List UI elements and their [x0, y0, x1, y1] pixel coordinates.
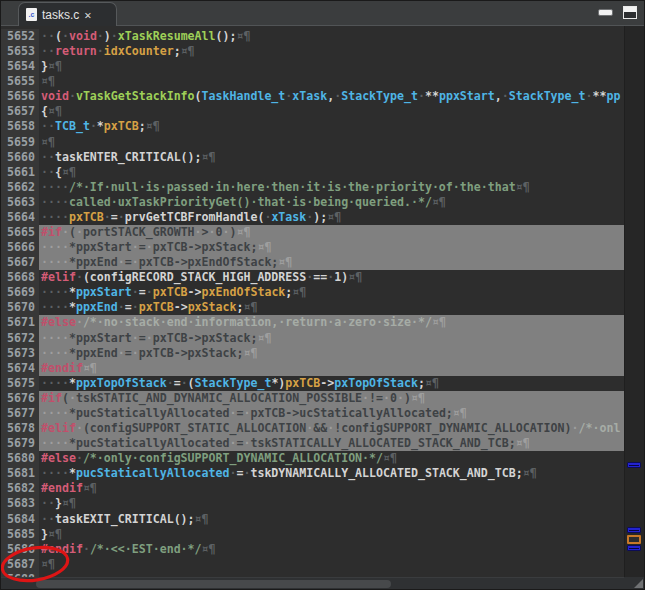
code-line-text[interactable]: ··{¤¶: [39, 165, 626, 180]
code-line-text[interactable]: ¤¶: [39, 135, 626, 150]
code-line-text[interactable]: ····*pucStaticallyAllocated·=·pxTCB->ucS…: [39, 406, 626, 421]
code-line: 5687¤¶: [1, 557, 626, 572]
overview-marker-blue[interactable]: [627, 527, 641, 533]
code-line-text[interactable]: ····*ppxStart·=·pxTCB->pxEndOfStack;¤¶: [39, 285, 626, 300]
code-line-text[interactable]: ····*ppxEnd·=·pxTCB->pxStack;¤¶: [39, 346, 626, 361]
code-line: 5657{¤¶: [1, 104, 626, 119]
code-line-text[interactable]: ····/*·If·null·is·passed·in·here·then·it…: [39, 180, 626, 195]
code-line-text[interactable]: #endif¤¶: [39, 481, 626, 496]
line-number[interactable]: 5675: [1, 376, 39, 391]
code-line-text[interactable]: ··taskEXIT_CRITICAL();¤¶: [39, 512, 626, 527]
line-number[interactable]: 5680: [1, 451, 39, 466]
code-line-text[interactable]: ····*pucStaticallyAllocated·=·tskDYNAMIC…: [39, 466, 626, 481]
line-number[interactable]: 5674: [1, 361, 39, 376]
code-line-text[interactable]: ··(·void·)·xTaskResumeAll();¤¶: [39, 29, 626, 44]
code-line-text[interactable]: ¤¶: [39, 74, 626, 89]
code-line-text[interactable]: ····*ppxEnd·=·pxTCB->pxEndOfStack;¤¶: [39, 255, 626, 270]
overview-marker-orange[interactable]: [627, 535, 641, 544]
overview-ruler[interactable]: [624, 26, 644, 579]
line-number[interactable]: 5670: [1, 300, 39, 315]
code-line-text[interactable]: ····*ppxStart·=·pxTCB->pxStack;¤¶: [39, 240, 626, 255]
overview-marker-blue[interactable]: [627, 462, 641, 468]
line-number[interactable]: 5652: [1, 29, 39, 44]
code-line: 5662····/*·If·null·is·passed·in·here·the…: [1, 180, 626, 195]
line-number[interactable]: 5655: [1, 74, 39, 89]
line-number[interactable]: 5676: [1, 391, 39, 406]
line-number[interactable]: 5686: [1, 542, 39, 557]
line-number[interactable]: 5682: [1, 481, 39, 496]
line-number[interactable]: 5654: [1, 59, 39, 74]
line-number[interactable]: 5660: [1, 150, 39, 165]
code-line-text[interactable]: ····*pucStaticallyAllocated·=·tskSTATICA…: [39, 436, 626, 451]
code-line-text[interactable]: ····*ppxTopOfStack·=·(StackType_t*)pxTCB…: [39, 376, 626, 391]
code-line-text[interactable]: ¤¶: [39, 557, 626, 572]
line-number[interactable]: 5685: [1, 527, 39, 542]
line-number[interactable]: 5667: [1, 255, 39, 270]
line-number[interactable]: 5665: [1, 225, 39, 240]
line-number[interactable]: 5679: [1, 436, 39, 451]
code-line-text[interactable]: #else·/*·only·configSUPPORT_DYNAMIC_ALLO…: [39, 451, 626, 466]
code-line: 5679····*pucStaticallyAllocated·=·tskSTA…: [1, 436, 626, 451]
line-number[interactable]: 5669: [1, 285, 39, 300]
line-number[interactable]: 5659: [1, 135, 39, 150]
c-file-icon: .c: [26, 8, 37, 21]
line-number[interactable]: 5662: [1, 180, 39, 195]
code-line: 5678#elif·(configSUPPORT_STATIC_ALLOCATI…: [1, 421, 626, 436]
line-number[interactable]: 5673: [1, 346, 39, 361]
line-number[interactable]: 5684: [1, 512, 39, 527]
code-line-text[interactable]: ····called·uxTaskPriorityGet()·that·is·b…: [39, 195, 626, 210]
tab-close-icon[interactable]: ✕: [84, 9, 91, 21]
line-number[interactable]: 5678: [1, 421, 39, 436]
code-line-text[interactable]: {¤¶: [39, 104, 626, 119]
code-line: 5655¤¶: [1, 74, 626, 89]
code-line: 5682#endif¤¶: [1, 481, 626, 496]
line-number[interactable]: 5687: [1, 557, 39, 572]
code-line-text[interactable]: #if·(·portSTACK_GROWTH·>·0·)¤¶: [39, 225, 626, 240]
code-line-text[interactable]: void·vTaskGetStackInfo(TaskHandle_t·xTas…: [39, 89, 626, 104]
code-line-text[interactable]: }¤¶: [39, 59, 626, 74]
code-lines: 5652··(·void·)·xTaskResumeAll();¤¶5653··…: [1, 29, 626, 579]
code-line-text[interactable]: #endif¤¶: [39, 361, 626, 376]
code-line-text[interactable]: ··}¤¶: [39, 496, 626, 511]
line-number[interactable]: 5683: [1, 496, 39, 511]
code-line-text[interactable]: #elif·(configSUPPORT_STATIC_ALLOCATION·&…: [39, 421, 626, 436]
line-number[interactable]: 5664: [1, 210, 39, 225]
code-line-text[interactable]: ····*ppxStart·=·pxTCB->pxStack;¤¶: [39, 331, 626, 346]
line-number[interactable]: 5653: [1, 44, 39, 59]
overview-marker-blue[interactable]: [627, 545, 641, 551]
line-number[interactable]: 5658: [1, 119, 39, 134]
code-line-text[interactable]: #endif·/*·<<·EST·end·*/¤¶: [39, 542, 626, 557]
tab-tasks-c[interactable]: .c tasks.c ✕: [18, 2, 117, 26]
resize-grip[interactable]: [634, 579, 643, 588]
code-line-text[interactable]: ··return·idxCounter;¤¶: [39, 44, 626, 59]
horizontal-scrollbar[interactable]: [1, 577, 626, 589]
line-number[interactable]: 5661: [1, 165, 39, 180]
line-number[interactable]: 5681: [1, 466, 39, 481]
line-number[interactable]: 5672: [1, 331, 39, 346]
line-number[interactable]: 5668: [1, 270, 39, 285]
code-line-text[interactable]: }¤¶: [39, 527, 626, 542]
code-line-text[interactable]: #else·/*·no·stack·end·information,·retur…: [39, 315, 626, 330]
code-line: 5684··taskEXIT_CRITICAL();¤¶: [1, 512, 626, 527]
code-line-text[interactable]: ··taskENTER_CRITICAL();¤¶: [39, 150, 626, 165]
line-number[interactable]: 5657: [1, 104, 39, 119]
code-line: 5671#else·/*·no·stack·end·information,·r…: [1, 315, 626, 330]
tab-title: tasks.c: [42, 8, 79, 22]
minimize-view-icon[interactable]: [598, 9, 613, 16]
line-number[interactable]: 5666: [1, 240, 39, 255]
line-number[interactable]: 5663: [1, 195, 39, 210]
code-editor-area[interactable]: 5652··(·void·)·xTaskResumeAll();¤¶5653··…: [1, 26, 626, 579]
line-number[interactable]: 5656: [1, 89, 39, 104]
horizontal-scrollbar-thumb[interactable]: [36, 580, 391, 588]
code-line: 5685}¤¶: [1, 527, 626, 542]
code-line-text[interactable]: ····pxTCB·=·prvGetTCBFromHandle(·xTask·)…: [39, 210, 626, 225]
code-line: 5673····*ppxEnd·=·pxTCB->pxStack;¤¶: [1, 346, 626, 361]
maximize-view-icon[interactable]: [623, 6, 637, 19]
line-number[interactable]: 5677: [1, 406, 39, 421]
line-number[interactable]: 5671: [1, 315, 39, 330]
code-line-text[interactable]: #if(·tskSTATIC_AND_DYNAMIC_ALLOCATION_PO…: [39, 391, 626, 406]
code-line: 5676#if(·tskSTATIC_AND_DYNAMIC_ALLOCATIO…: [1, 391, 626, 406]
code-line-text[interactable]: #elif·(configRECORD_STACK_HIGH_ADDRESS·=…: [39, 270, 626, 285]
code-line-text[interactable]: ··TCB_t·*pxTCB;¤¶: [39, 119, 626, 134]
code-line-text[interactable]: ····*ppxEnd·=·pxTCB->pxStack;¤¶: [39, 300, 626, 315]
